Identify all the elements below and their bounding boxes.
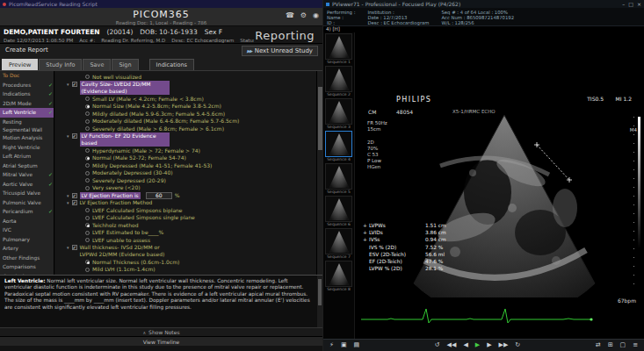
sidebar-item-resting-segmental-wall-motion-analysis[interactable]: Resting Segmental Wall Motion Analysis [0,118,54,143]
checkbox-icon[interactable]: ✓ [72,193,77,198]
view-timeline-button[interactable]: View Timeline [0,336,322,346]
scrollbar-thumb[interactable] [318,279,322,305]
thumbnail-image[interactable] [325,131,352,157]
sidebar-item-pericardium[interactable]: Pericardium✓ [0,207,54,217]
radio-icon[interactable] [85,119,90,124]
thumbnail-image[interactable] [325,196,352,222]
sidebar-item-pulmonic-valve[interactable]: Pulmonic Valve [0,198,54,208]
radio-icon[interactable] [85,178,90,183]
show-notes-button[interactable]: ∧Show Notes [0,327,322,336]
thumbnail-image[interactable] [325,163,352,190]
next-unread-study-button[interactable]: ▶▶ Next Unread Study [242,46,318,56]
radio-icon[interactable] [85,97,90,101]
sequence-thumbnail[interactable]: Sequence 6 [325,196,352,227]
sidebar-item-procedures[interactable]: Procedures✓ [0,81,54,90]
checklist-item[interactable]: Mildly Depressed (Male 41-51; Female 41-… [55,161,316,169]
expand-arrow-icon[interactable]: ▾ [67,244,69,251]
tab-sign[interactable]: Sign [112,59,138,70]
sidebar-item-atrial-septum[interactable]: Atrial Septum [0,161,54,171]
capture-icon[interactable]: ▣ [341,340,347,351]
checklist-item[interactable]: Mildly dilated (Male 5.9-6.3cm; Female 5… [55,110,316,118]
tab-save[interactable]: Save [83,59,111,70]
checklist-item[interactable]: Small LV (Male < 4.2cm; Female < 3.8cm) [55,95,316,103]
expand-arrow-icon[interactable]: ▾ [67,199,69,206]
sync-icon[interactable]: ⇄ [596,340,601,351]
sidebar-item-right-ventricle[interactable]: Right Ventricle [0,143,54,153]
thumbnail-image[interactable] [325,261,352,287]
checkbox-icon[interactable]: ✓ [72,200,77,205]
checklist-item[interactable]: Moderately dilated (Male 6.4-6.8cm; Fema… [55,118,316,125]
sidebar-item-left-ventricle[interactable]: Left Ventricle✓ [0,108,54,118]
fullscreen-icon[interactable]: ▢ [620,340,626,351]
checklist-item[interactable]: ▾✓Wall thickness- IVSd 2D/MM or LVPWd 2D… [55,244,316,259]
play-icon[interactable]: ▶ [475,340,480,351]
step-forward-icon[interactable]: ▶ [487,340,491,351]
thumbnail-image[interactable] [325,33,352,60]
expand-arrow-icon[interactable]: ▾ [67,81,69,88]
checkbox-icon[interactable]: ✓ [72,245,77,250]
sidebar-item-mitral-valve[interactable]: Mitral Valve✓ [0,170,54,180]
checklist-item[interactable]: Hyperdynamic (Male > 72; Female > 74) [55,147,316,154]
maximize-button[interactable]: □ [628,0,633,8]
checklist-item[interactable]: LVEF Calculated Simpsons biplane [55,206,316,214]
sequence-thumbnail[interactable]: Sequence 2 [325,66,352,97]
radio-icon[interactable] [85,163,90,168]
next-sequence-icon[interactable]: ▶▶ [499,340,509,351]
checklist-item[interactable]: Normal (Male 52-72; Female 54-74) [55,154,316,162]
sidebar-item-indications[interactable]: Indications✓ [0,90,54,99]
checklist-item[interactable]: Not well visualized [55,73,316,81]
radio-icon[interactable] [85,148,90,153]
layout-grid-icon[interactable]: ⊞ [608,340,613,351]
radio-icon[interactable] [85,126,90,131]
step-back-icon[interactable]: ◀ [463,340,467,351]
checklist-item[interactable]: Very severe (<20) [55,184,316,192]
power-icon[interactable]: ◉ [313,11,319,20]
loop-icon[interactable]: ↺ [435,340,440,351]
checklist-item[interactable]: LVEF Estimated to be____% [55,229,316,237]
thumbnail-image[interactable] [325,228,352,254]
sidebar-item-pulmonary-artery[interactable]: Pulmonary Artery [0,235,54,254]
radio-icon[interactable] [85,231,90,235]
checklist-item[interactable]: Mild LVH (1.1cm-1.4cm) [55,266,316,274]
radio-icon[interactable] [85,260,90,264]
radio-icon[interactable] [85,268,90,272]
checklist-item[interactable]: ▾✓LV Ejection Fraction Method [55,199,316,207]
create-report-link[interactable]: Create Report [5,47,48,54]
checklist-item[interactable]: Normal Thickness (0.6cm-1.0cm) [55,258,316,266]
sidebar-item-left-atrium[interactable]: Left Atrium [0,152,54,161]
radio-icon[interactable] [85,111,90,116]
radio-icon[interactable] [85,216,90,220]
sidebar-item-to-doc[interactable]: To Doc [0,71,54,81]
checklist-item[interactable]: ▾✓Cavity Size- LVEDd 2D/MM (Evidence bas… [55,81,316,96]
checkbox-icon[interactable]: ✓ [72,82,77,87]
menu-icon[interactable]: ≡ [633,340,638,351]
radio-icon[interactable] [85,104,90,109]
sidebar-item-aorta[interactable]: Aorta [0,217,54,226]
tab-preview[interactable]: Preview [2,59,38,70]
radio-icon[interactable] [85,223,90,227]
sidebar-item-aortic-valve[interactable]: Aortic Valve✓ [0,180,54,190]
thumbnail-image[interactable] [325,98,352,125]
thumbnail-image[interactable] [325,66,352,92]
sequence-thumbnail[interactable]: Sequence 4 [325,131,352,162]
radio-icon[interactable] [85,238,90,242]
checklist-item[interactable]: Normal Size (Male 4.2-5.8cm; Female 3.8-… [55,103,316,111]
ejection-fraction-input[interactable] [146,192,172,199]
radio-icon[interactable] [85,186,90,190]
checklist-item[interactable]: Moderately Depressed (30-40) [55,169,316,177]
film-icon[interactable]: ▤ [354,340,360,351]
radio-icon[interactable] [85,156,90,161]
sidebar-item-ivc[interactable]: IVC [0,226,54,235]
checklist-item[interactable]: LVEF Calculated Simpsons single plane [55,214,316,222]
tab-indications[interactable]: Indications [149,59,194,70]
sequence-thumbnail[interactable]: Sequence 3 [325,98,352,130]
sidebar-item-comparisons[interactable]: Comparisons [0,262,54,272]
expand-arrow-icon[interactable]: ▾ [67,133,69,140]
sidebar-item-other-findings[interactable]: Other Findings [0,254,54,263]
sequence-thumbnail[interactable]: Sequence 8 [325,261,352,292]
radio-icon[interactable] [85,208,90,212]
checklist-item[interactable]: Teichholz method [55,221,316,229]
checklist-item[interactable]: Severely Depressed (20-29) [55,176,316,184]
sequence-thumbnail[interactable]: Sequence 7 [325,228,352,260]
phone-icon[interactable]: ☎ [286,11,294,20]
